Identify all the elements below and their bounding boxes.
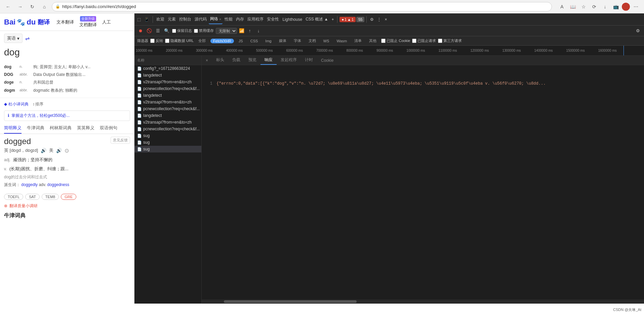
source-lang-btn[interactable]: 英语 ▾ [4, 34, 23, 43]
tab-bilingual[interactable]: 双语例句 [100, 123, 117, 134]
sort-button[interactable]: ↕ 排序 [33, 101, 43, 107]
blocked-cookies-checkbox[interactable] [381, 39, 386, 43]
filter-font[interactable]: 字体 [291, 38, 304, 44]
file-item-6[interactable]: 📄 pcnewcollection?req=check&f... [134, 105, 201, 112]
filter-wasm[interactable]: Wasm [334, 39, 350, 43]
star-button[interactable]: ☆ [579, 2, 588, 11]
blocked-requests-checkbox[interactable] [412, 39, 416, 43]
disable-cache-label[interactable]: 禁用缓存 [194, 28, 214, 33]
tab-sources[interactable]: 源代码 [193, 15, 208, 24]
filter-other[interactable]: 其他 [366, 38, 379, 44]
network-close-icon[interactable]: × [219, 17, 221, 21]
tab-console[interactable]: 控制台 [178, 15, 193, 24]
scrollbar-thumb[interactable] [224, 300, 357, 303]
filter-css[interactable]: CSS [248, 39, 261, 43]
audio-us-button[interactable]: 🔊 [56, 148, 62, 153]
filter-button[interactable]: ☰ [155, 28, 161, 34]
invert-checkbox[interactable] [150, 39, 155, 43]
more-button[interactable]: ⋯ [631, 2, 641, 11]
hide-data-checkbox[interactable] [165, 39, 169, 43]
close-devtools-button[interactable]: × [383, 15, 388, 24]
feedback-button[interactable]: 意见反馈 [111, 137, 130, 144]
back-button[interactable]: ← [3, 2, 13, 11]
response-tab-headers[interactable]: 标头 [212, 56, 228, 65]
filter-doc[interactable]: 文档 [306, 38, 319, 44]
file-item-1[interactable]: 📄 langdetect [134, 72, 201, 79]
response-tab-response[interactable]: 响应 [260, 56, 277, 65]
address-bar[interactable]: 🔒 https://fanyi.baidu.com/#en/zh/dogged [52, 2, 552, 11]
more-options-button[interactable]: ⋮ [376, 15, 383, 24]
bottom-scrollbar[interactable] [202, 300, 644, 304]
clear-button[interactable]: 🚫 [146, 28, 153, 34]
import-button[interactable]: ↑ [246, 28, 253, 34]
score-tag-0[interactable]: TOEFL [4, 194, 23, 200]
tab-performance[interactable]: 性能 [223, 15, 234, 24]
nav-doc-translate[interactable]: 全新升级 文档翻译 [79, 16, 97, 28]
tab-css-overview[interactable]: CSS 概述 ▲ [304, 15, 329, 24]
tab-jianjian[interactable]: 简明释义 [4, 123, 22, 134]
filter-js[interactable]: JS [236, 39, 246, 43]
disable-cache-checkbox[interactable] [194, 29, 198, 33]
file-item-11[interactable]: 📄 sug [134, 139, 201, 146]
preserve-log-label[interactable]: 保留日志 [172, 28, 192, 33]
file-item-7[interactable]: 📄 langdetect [134, 112, 201, 119]
tab-security[interactable]: 安全性 [266, 15, 280, 24]
collect-button[interactable]: ⊙ [65, 147, 69, 154]
derived-word-1[interactable]: doggedness [47, 182, 69, 187]
history-button[interactable]: ⟳ [590, 2, 599, 11]
filter-ws[interactable]: WS [321, 39, 332, 43]
home-button[interactable]: ⌂ [40, 2, 49, 11]
promo-box[interactable]: ℹ 掌握这个方法，轻松get3500必... [4, 110, 130, 121]
filter-img[interactable]: Img [263, 39, 274, 43]
nav-ai[interactable]: 人工 [102, 19, 111, 25]
tab-collins[interactable]: 柯林斯词典 [50, 123, 72, 134]
response-tab-payload[interactable]: 负载 [228, 56, 244, 65]
tab-welcome[interactable]: 欢迎 [155, 15, 166, 24]
download-button[interactable]: ↓ [600, 2, 610, 11]
refresh-button[interactable]: ↻ [28, 2, 37, 11]
response-tab-initiator[interactable]: 发起程序 [277, 56, 301, 65]
file-item-9[interactable]: 📄 pcnewcollection?req=check&f... [134, 126, 201, 132]
filter-fetch-xhr[interactable]: Fetch/XHR [210, 39, 234, 43]
translate-icon[interactable]: A [557, 2, 567, 11]
blocked-requests-label[interactable]: 已阻止请求 [412, 38, 436, 43]
score-tag-3[interactable]: GRE [61, 194, 76, 200]
reading-icon[interactable]: 📖 [568, 2, 577, 11]
response-tab-timing[interactable]: 计时 [301, 56, 317, 65]
search-network-button[interactable]: 🔍 [163, 28, 170, 34]
tab-application[interactable]: 应用程序 [246, 15, 265, 24]
gear-button[interactable]: ⚙ [369, 15, 375, 24]
derived-word-0[interactable]: doggedly [21, 182, 38, 187]
throttle-select[interactable]: 无限制 [216, 28, 237, 34]
tab-english-def[interactable]: 英英释义 [77, 123, 94, 134]
third-party-label[interactable]: 第三方请求 [438, 38, 462, 43]
filter-manifest[interactable]: 清单 [352, 38, 364, 44]
network-settings-button[interactable]: ⚙ [635, 28, 641, 34]
file-item-12[interactable]: 📄 sug [134, 146, 201, 152]
file-item-4[interactable]: 📄 langdetect [134, 92, 201, 99]
response-tab-preview[interactable]: 预览 [244, 56, 260, 65]
blocked-cookies-label[interactable]: 已阻止 Cookie [381, 38, 410, 43]
tab-network[interactable]: 网络 × [209, 15, 223, 24]
file-item-0[interactable]: 📄 config?_=1671286638224 [134, 65, 201, 72]
device-button[interactable]: 📱 [143, 15, 151, 24]
file-item-8[interactable]: 📄 v2transapi?from=en&to=zh [134, 119, 201, 126]
score-tag-2[interactable]: TEM8 [42, 194, 59, 200]
nav-text-translate[interactable]: 文本翻译 [56, 19, 74, 25]
file-item-10[interactable]: 📄 sug [134, 132, 201, 139]
filter-media[interactable]: 媒体 [276, 38, 289, 44]
inspect-button[interactable]: ⬚ [136, 15, 142, 24]
response-tab-cookie[interactable]: Cookie [317, 57, 337, 65]
tab-lighthouse[interactable]: Lighthouse [281, 15, 304, 24]
tab-oxford[interactable]: 牛津词典 [27, 123, 44, 134]
export-button[interactable]: ↓ [255, 28, 262, 34]
profile-avatar[interactable] [622, 3, 630, 11]
cast-button[interactable]: 📺 [611, 2, 620, 11]
audio-uk-button[interactable]: 🔊 [41, 148, 46, 153]
file-item-5[interactable]: 📄 v2transapi?from=en&to=zh [134, 99, 201, 105]
score-tag-1[interactable]: SAT [25, 194, 40, 200]
file-item-3[interactable]: 📄 pcnewcollection?req=check&f... [134, 85, 201, 92]
tab-memory[interactable]: 内存 [235, 15, 245, 24]
response-tab-close[interactable]: × [202, 57, 212, 65]
invert-checkbox-label[interactable]: 反转 [150, 38, 163, 43]
